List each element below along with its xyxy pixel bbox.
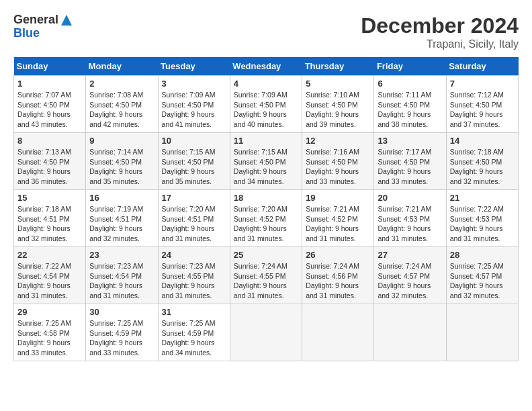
calendar-cell: 19Sunrise: 7:21 AMSunset: 4:52 PMDayligh… [302, 190, 374, 247]
calendar-cell: 5Sunrise: 7:10 AMSunset: 4:50 PMDaylight… [302, 76, 374, 133]
day-info: Sunrise: 7:24 AMSunset: 4:55 PMDaylight:… [234, 261, 298, 301]
day-number: 31 [162, 307, 226, 317]
day-number: 3 [162, 79, 226, 89]
day-info: Sunrise: 7:15 AMSunset: 4:50 PMDaylight:… [162, 147, 226, 187]
day-info: Sunrise: 7:20 AMSunset: 4:52 PMDaylight:… [234, 204, 298, 244]
calendar-cell: 29Sunrise: 7:25 AMSunset: 4:58 PMDayligh… [14, 304, 86, 361]
logo-line2: Blue [13, 27, 73, 40]
calendar-cell: 25Sunrise: 7:24 AMSunset: 4:55 PMDayligh… [230, 247, 302, 304]
day-number: 25 [234, 250, 298, 260]
calendar-cell: 17Sunrise: 7:20 AMSunset: 4:51 PMDayligh… [158, 190, 230, 247]
calendar-cell: 4Sunrise: 7:09 AMSunset: 4:50 PMDaylight… [230, 76, 302, 133]
logo-text: General Blue [13, 13, 73, 40]
day-info: Sunrise: 7:09 AMSunset: 4:50 PMDaylight:… [234, 90, 298, 130]
day-info: Sunrise: 7:24 AMSunset: 4:57 PMDaylight:… [378, 261, 442, 301]
calendar-cell: 1Sunrise: 7:07 AMSunset: 4:50 PMDaylight… [14, 76, 86, 133]
calendar-week-row: 29Sunrise: 7:25 AMSunset: 4:58 PMDayligh… [14, 304, 519, 361]
day-number: 5 [306, 79, 370, 89]
calendar-week-row: 1Sunrise: 7:07 AMSunset: 4:50 PMDaylight… [14, 76, 519, 133]
day-info: Sunrise: 7:25 AMSunset: 4:59 PMDaylight:… [162, 318, 226, 358]
day-info: Sunrise: 7:21 AMSunset: 4:52 PMDaylight:… [306, 204, 370, 244]
day-number: 24 [162, 250, 226, 260]
day-info: Sunrise: 7:22 AMSunset: 4:54 PMDaylight:… [17, 261, 82, 301]
calendar-cell: 9Sunrise: 7:14 AMSunset: 4:50 PMDaylight… [86, 133, 158, 190]
calendar-cell [446, 304, 518, 361]
day-info: Sunrise: 7:08 AMSunset: 4:50 PMDaylight:… [89, 90, 154, 130]
day-number: 19 [306, 193, 370, 203]
calendar-cell: 18Sunrise: 7:20 AMSunset: 4:52 PMDayligh… [230, 190, 302, 247]
calendar-cell: 11Sunrise: 7:15 AMSunset: 4:50 PMDayligh… [230, 133, 302, 190]
month-title: December 2024 [361, 13, 519, 38]
weekday-header-saturday: Saturday [446, 57, 518, 76]
day-info: Sunrise: 7:11 AMSunset: 4:50 PMDaylight:… [378, 90, 442, 130]
calendar-cell [302, 304, 374, 361]
day-number: 8 [17, 136, 82, 146]
day-info: Sunrise: 7:24 AMSunset: 4:56 PMDaylight:… [306, 261, 370, 301]
day-info: Sunrise: 7:12 AMSunset: 4:50 PMDaylight:… [450, 90, 515, 130]
day-info: Sunrise: 7:21 AMSunset: 4:53 PMDaylight:… [378, 204, 442, 244]
day-info: Sunrise: 7:20 AMSunset: 4:51 PMDaylight:… [162, 204, 226, 244]
calendar-cell: 7Sunrise: 7:12 AMSunset: 4:50 PMDaylight… [446, 76, 518, 133]
day-info: Sunrise: 7:18 AMSunset: 4:50 PMDaylight:… [450, 147, 515, 187]
calendar-cell: 23Sunrise: 7:23 AMSunset: 4:54 PMDayligh… [86, 247, 158, 304]
weekday-header-sunday: Sunday [14, 57, 86, 76]
calendar-cell: 10Sunrise: 7:15 AMSunset: 4:50 PMDayligh… [158, 133, 230, 190]
weekday-header-row: SundayMondayTuesdayWednesdayThursdayFrid… [14, 57, 519, 76]
calendar-cell: 13Sunrise: 7:17 AMSunset: 4:50 PMDayligh… [374, 133, 446, 190]
weekday-header-tuesday: Tuesday [158, 57, 230, 76]
header: General Blue December 2024 Trapani, Sici… [13, 13, 519, 50]
calendar-cell: 21Sunrise: 7:22 AMSunset: 4:53 PMDayligh… [446, 190, 518, 247]
day-number: 21 [450, 193, 515, 203]
day-number: 1 [17, 79, 82, 89]
day-number: 15 [17, 193, 82, 203]
weekday-header-friday: Friday [374, 57, 446, 76]
day-info: Sunrise: 7:23 AMSunset: 4:55 PMDaylight:… [162, 261, 226, 301]
calendar-week-row: 22Sunrise: 7:22 AMSunset: 4:54 PMDayligh… [14, 247, 519, 304]
logo-line1: General [13, 13, 58, 26]
day-info: Sunrise: 7:09 AMSunset: 4:50 PMDaylight:… [162, 90, 226, 130]
logo: General Blue [13, 13, 73, 40]
day-info: Sunrise: 7:25 AMSunset: 4:57 PMDaylight:… [450, 261, 515, 301]
day-info: Sunrise: 7:10 AMSunset: 4:50 PMDaylight:… [306, 90, 370, 130]
title-area: December 2024 Trapani, Sicily, Italy [361, 13, 519, 50]
calendar-cell: 31Sunrise: 7:25 AMSunset: 4:59 PMDayligh… [158, 304, 230, 361]
weekday-header-wednesday: Wednesday [230, 57, 302, 76]
day-info: Sunrise: 7:25 AMSunset: 4:58 PMDaylight:… [17, 318, 82, 358]
calendar-cell [374, 304, 446, 361]
day-number: 14 [450, 136, 515, 146]
day-number: 28 [450, 250, 515, 260]
calendar-table: SundayMondayTuesdayWednesdayThursdayFrid… [13, 57, 519, 361]
calendar-cell: 3Sunrise: 7:09 AMSunset: 4:50 PMDaylight… [158, 76, 230, 133]
day-info: Sunrise: 7:23 AMSunset: 4:54 PMDaylight:… [89, 261, 154, 301]
day-info: Sunrise: 7:13 AMSunset: 4:50 PMDaylight:… [17, 147, 82, 187]
calendar-cell: 30Sunrise: 7:25 AMSunset: 4:59 PMDayligh… [86, 304, 158, 361]
day-number: 23 [89, 250, 154, 260]
weekday-header-monday: Monday [86, 57, 158, 76]
day-number: 26 [306, 250, 370, 260]
calendar-cell: 20Sunrise: 7:21 AMSunset: 4:53 PMDayligh… [374, 190, 446, 247]
svg-marker-0 [61, 15, 72, 26]
day-number: 2 [89, 79, 154, 89]
day-number: 20 [378, 193, 442, 203]
calendar-cell: 26Sunrise: 7:24 AMSunset: 4:56 PMDayligh… [302, 247, 374, 304]
calendar-cell: 12Sunrise: 7:16 AMSunset: 4:50 PMDayligh… [302, 133, 374, 190]
location-title: Trapani, Sicily, Italy [361, 38, 519, 50]
day-info: Sunrise: 7:17 AMSunset: 4:50 PMDaylight:… [378, 147, 442, 187]
day-info: Sunrise: 7:18 AMSunset: 4:51 PMDaylight:… [17, 204, 82, 244]
day-number: 10 [162, 136, 226, 146]
day-number: 7 [450, 79, 515, 89]
day-info: Sunrise: 7:14 AMSunset: 4:50 PMDaylight:… [89, 147, 154, 187]
day-number: 11 [234, 136, 298, 146]
calendar-cell: 8Sunrise: 7:13 AMSunset: 4:50 PMDaylight… [14, 133, 86, 190]
day-number: 22 [17, 250, 82, 260]
day-number: 13 [378, 136, 442, 146]
day-number: 27 [378, 250, 442, 260]
day-number: 9 [89, 136, 154, 146]
day-number: 6 [378, 79, 442, 89]
calendar-cell: 2Sunrise: 7:08 AMSunset: 4:50 PMDaylight… [86, 76, 158, 133]
calendar-cell: 22Sunrise: 7:22 AMSunset: 4:54 PMDayligh… [14, 247, 86, 304]
day-info: Sunrise: 7:19 AMSunset: 4:51 PMDaylight:… [89, 204, 154, 244]
day-info: Sunrise: 7:16 AMSunset: 4:50 PMDaylight:… [306, 147, 370, 187]
calendar-cell [230, 304, 302, 361]
calendar-week-row: 8Sunrise: 7:13 AMSunset: 4:50 PMDaylight… [14, 133, 519, 190]
